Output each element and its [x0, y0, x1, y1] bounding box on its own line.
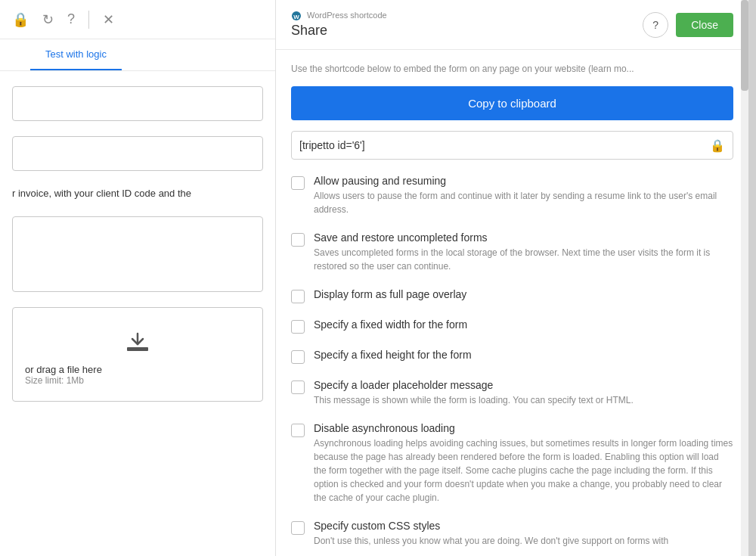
option-description: Asynchronous loading helps avoiding cach… [314, 436, 733, 505]
tab-test-logic[interactable]: Test with logic [30, 39, 122, 70]
shortcode-input[interactable] [299, 132, 710, 159]
help-icon[interactable]: ? [67, 11, 75, 27]
option-row: Specify a fixed width for the form [291, 318, 733, 334]
option-label: Specify a fixed height for the form [314, 349, 733, 361]
option-label: Specify custom CSS styles [314, 520, 733, 532]
modal-help-button[interactable]: ? [643, 12, 668, 38]
option-row: Specify a loader placeholder messageThis… [291, 379, 733, 407]
option-label: Disable asynchronous loading [314, 422, 733, 434]
option-checkbox-opt-pause-resume[interactable] [291, 176, 305, 190]
option-label: Specify a loader placeholder message [314, 379, 733, 391]
left-tabs: Test with logic [0, 39, 275, 71]
modal-body: Use the shortcode below to embed the for… [276, 50, 748, 556]
form-field-2 [12, 136, 263, 171]
option-row: Specify a fixed height for the form [291, 349, 733, 364]
option-label: Save and restore uncompleted forms [314, 231, 733, 244]
share-modal: W WordPress shortcode Share ? Close Use … [276, 0, 748, 556]
option-row: Allow pausing and resumingAllows users t… [291, 175, 733, 216]
scrollbar-thumb[interactable] [741, 0, 748, 91]
option-content: Specify a fixed height for the form [314, 349, 733, 363]
modal-close-button[interactable]: Close [676, 13, 733, 37]
upload-icon [121, 323, 154, 356]
upload-icon-container [25, 323, 250, 356]
left-content: r invoice, with your client ID code and … [0, 71, 275, 417]
option-content: Allow pausing and resumingAllows users t… [314, 175, 733, 216]
left-toolbar: 🔒 ↻ ? ✕ [0, 0, 275, 39]
upload-area[interactable]: or drag a file here Size limit: 1Mb [12, 307, 263, 402]
modal-title: Share [291, 23, 387, 39]
modal-subtitle: W WordPress shortcode [291, 11, 387, 21]
upload-size-text: Size limit: 1Mb [25, 375, 250, 386]
option-label: Specify a fixed width for the form [314, 318, 733, 331]
copy-to-clipboard-button[interactable]: Copy to clipboard [291, 86, 733, 120]
svg-text:W: W [293, 14, 299, 20]
form-field-1 [12, 86, 263, 121]
option-description: Allows users to pause the form and conti… [314, 189, 733, 216]
close-icon[interactable]: ✕ [103, 11, 114, 28]
option-row: Disable asynchronous loadingAsynchronous… [291, 422, 733, 505]
option-checkbox-opt-loader-placeholder[interactable] [291, 381, 305, 394]
option-description: Don't use this, unless you know what you… [314, 534, 733, 548]
form-field-3 [12, 216, 263, 292]
svg-rect-0 [127, 347, 148, 351]
option-content: Display form as full page overlay [314, 288, 733, 303]
modal-actions: ? Close [643, 12, 733, 38]
scrollbar-track [741, 0, 748, 556]
options-container: Allow pausing and resumingAllows users t… [291, 175, 733, 548]
option-content: Specify a loader placeholder messageThis… [314, 379, 733, 407]
right-panel: W WordPress shortcode Share ? Close Use … [276, 0, 756, 556]
option-checkbox-opt-fixed-width[interactable] [291, 320, 305, 334]
lock-icon[interactable]: 🔒 [12, 11, 29, 28]
option-description: Saves uncompleted forms in the local sto… [314, 246, 733, 273]
lock-icon: 🔒 [710, 138, 725, 153]
refresh-icon[interactable]: ↻ [42, 11, 54, 28]
option-checkbox-opt-full-overlay[interactable] [291, 290, 305, 303]
option-content: Disable asynchronous loadingAsynchronous… [314, 422, 733, 505]
option-label: Allow pausing and resuming [314, 175, 733, 187]
option-content: Save and restore uncompleted formsSaves … [314, 231, 733, 273]
shortcode-input-row: 🔒 [291, 131, 733, 160]
option-label: Display form as full page overlay [314, 288, 733, 300]
wordpress-icon: W [291, 11, 302, 21]
option-row: Save and restore uncompleted formsSaves … [291, 231, 733, 273]
option-checkbox-opt-fixed-height[interactable] [291, 350, 305, 364]
option-row: Specify custom CSS stylesDon't use this,… [291, 520, 733, 548]
option-row: Display form as full page overlay [291, 288, 733, 303]
body-text: r invoice, with your client ID code and … [12, 186, 263, 201]
option-checkbox-opt-disable-async[interactable] [291, 424, 305, 437]
option-content: Specify custom CSS stylesDon't use this,… [314, 520, 733, 548]
option-checkbox-opt-save-restore[interactable] [291, 233, 305, 247]
option-description: This message is shown while the form is … [314, 393, 733, 407]
option-content: Specify a fixed width for the form [314, 318, 733, 333]
upload-text: or drag a file here [25, 364, 250, 375]
tab-editor[interactable] [0, 39, 30, 70]
toolbar-divider [88, 11, 89, 29]
modal-description: Use the shortcode below to embed the for… [291, 62, 733, 76]
modal-header: W WordPress shortcode Share ? Close [276, 0, 748, 50]
option-checkbox-opt-custom-css[interactable] [291, 521, 305, 535]
modal-title-area: W WordPress shortcode Share [291, 11, 387, 39]
left-panel: 🔒 ↻ ? ✕ Test with logic r invoice, with … [0, 0, 276, 556]
